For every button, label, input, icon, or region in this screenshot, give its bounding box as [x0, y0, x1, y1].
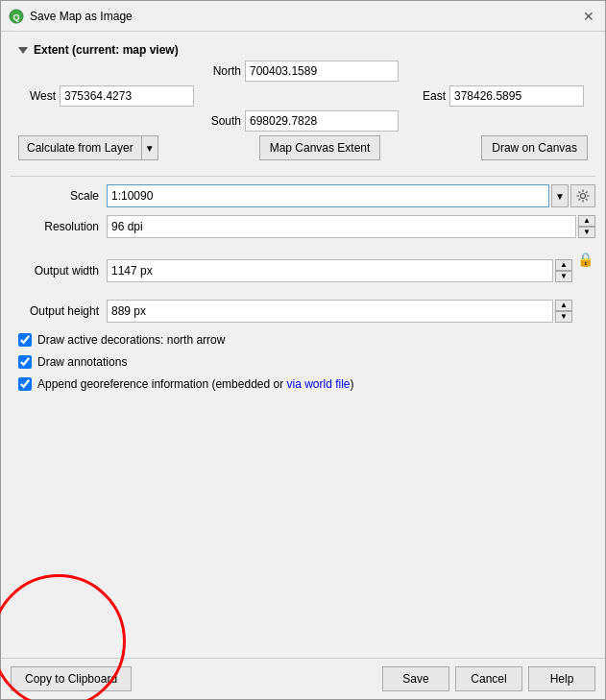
dimension-lock-icon: 🔒: [574, 259, 595, 309]
resolution-spinner: ▲ ▼: [578, 215, 595, 238]
close-button[interactable]: ✕: [580, 8, 597, 25]
output-height-wrap: ▲ ▼: [107, 300, 595, 323]
north-label: North: [207, 64, 241, 78]
collapse-triangle-icon: [18, 47, 28, 54]
scale-row: Scale ▼: [11, 184, 595, 207]
decorations-checkbox[interactable]: [18, 333, 32, 347]
east-label: East: [412, 89, 446, 103]
resolution-label: Resolution: [11, 220, 107, 233]
extent-header: Extent (current: map view): [18, 43, 588, 57]
resolution-input[interactable]: [107, 215, 576, 238]
titlebar: Q Save Map as Image ✕: [1, 1, 605, 32]
north-input[interactable]: [245, 60, 399, 82]
west-input[interactable]: [60, 85, 194, 107]
save-map-dialog: Q Save Map as Image ✕ Extent (current: m…: [0, 0, 606, 700]
settings-icon: [576, 189, 590, 203]
divider: [11, 176, 595, 177]
east-side: East: [412, 85, 584, 107]
resolution-row: Resolution ▲ ▼: [11, 215, 595, 238]
svg-point-2: [581, 194, 586, 199]
scale-label: Scale: [11, 189, 107, 203]
annotations-checkbox-row: Draw annotations: [18, 355, 595, 369]
svg-line-8: [586, 199, 588, 201]
extent-title: Extent (current: map view): [34, 43, 179, 57]
output-width-row: Output width ▲ ▼ 🔒: [11, 246, 595, 296]
scale-settings-button[interactable]: [570, 184, 595, 207]
south-row: South: [18, 110, 588, 132]
output-width-input[interactable]: [107, 259, 553, 282]
svg-line-7: [579, 192, 581, 194]
georef-label: Append georeference information (embedde…: [37, 377, 354, 391]
output-height-spin-down[interactable]: ▼: [555, 311, 572, 323]
svg-text:Q: Q: [12, 12, 19, 22]
north-row: North: [18, 60, 588, 82]
decorations-checkbox-row: Draw active decorations: north arrow: [18, 333, 595, 347]
output-height-spin-up[interactable]: ▲: [555, 300, 572, 311]
output-height-label: Output height: [11, 304, 107, 318]
world-file-link[interactable]: via world file: [287, 377, 351, 391]
save-button[interactable]: Save: [382, 666, 449, 691]
resolution-wrap: ▲ ▼: [107, 215, 595, 238]
west-east-row: West East: [18, 85, 588, 107]
svg-line-10: [579, 199, 581, 201]
west-side: West: [22, 85, 194, 107]
footer-left: Copy to Clipboard: [11, 666, 375, 691]
scale-input[interactable]: [107, 184, 549, 207]
west-label: West: [22, 89, 56, 103]
footer: Copy to Clipboard Save Cancel Help: [1, 658, 605, 699]
calculate-from-layer-button[interactable]: Calculate from Layer: [18, 135, 141, 160]
cancel-button[interactable]: Cancel: [455, 666, 522, 691]
dialog-title: Save Map as Image: [30, 10, 574, 23]
footer-right: Save Cancel Help: [382, 666, 595, 691]
copy-to-clipboard-button[interactable]: Copy to Clipboard: [11, 666, 132, 691]
extent-section: Extent (current: map view) North West Ea…: [11, 39, 595, 168]
annotations-checkbox[interactable]: [18, 355, 32, 369]
help-button[interactable]: Help: [528, 666, 595, 691]
output-width-wrap: ▲ ▼ 🔒: [107, 246, 595, 296]
output-width-spin-up[interactable]: ▲: [555, 259, 572, 271]
georef-checkbox[interactable]: [18, 377, 32, 391]
output-width-label: Output width: [11, 264, 107, 278]
draw-on-canvas-button[interactable]: Draw on Canvas: [481, 135, 588, 160]
resolution-spin-up[interactable]: ▲: [578, 215, 595, 227]
georef-checkbox-row: Append georeference information (embedde…: [18, 377, 595, 391]
main-content: Extent (current: map view) North West Ea…: [1, 32, 605, 658]
output-dimensions-group: Output width ▲ ▼ 🔒 Output height: [11, 246, 595, 325]
output-width-spin-down[interactable]: ▼: [555, 271, 572, 282]
map-canvas-extent-button[interactable]: Map Canvas Extent: [259, 135, 381, 160]
scale-dropdown-button[interactable]: ▼: [551, 184, 569, 207]
output-height-spinner: ▲ ▼: [555, 300, 572, 323]
content-spacer: [11, 397, 595, 650]
resolution-spin-down[interactable]: ▼: [578, 227, 595, 238]
calculate-from-layer-dropdown-button[interactable]: ▼: [141, 135, 158, 160]
calculate-from-layer-group: Calculate from Layer ▼: [18, 135, 158, 160]
extent-buttons-row: Calculate from Layer ▼ Map Canvas Extent…: [18, 135, 588, 160]
scale-wrap: ▼: [107, 184, 595, 207]
south-label: South: [207, 114, 241, 128]
east-input[interactable]: [449, 85, 584, 107]
annotations-label: Draw annotations: [37, 355, 127, 369]
decorations-label: Draw active decorations: north arrow: [37, 333, 225, 347]
output-width-spinner: ▲ ▼: [555, 259, 572, 282]
output-height-input[interactable]: [107, 300, 553, 323]
output-height-row: Output height ▲ ▼: [11, 300, 595, 323]
svg-line-9: [586, 192, 588, 194]
south-input[interactable]: [245, 110, 399, 132]
qgis-logo-icon: Q: [9, 9, 24, 24]
